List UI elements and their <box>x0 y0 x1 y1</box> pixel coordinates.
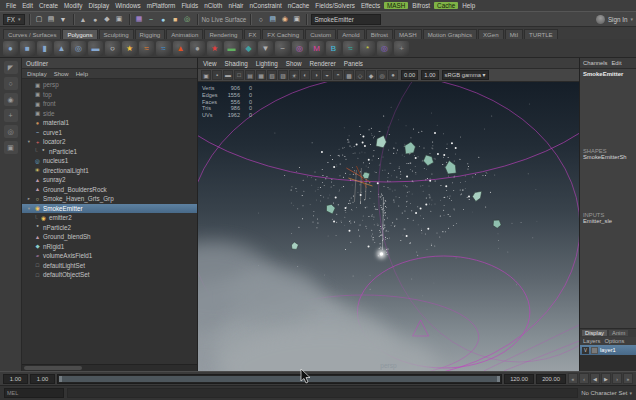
snap-curve-icon[interactable]: ~ <box>146 13 157 25</box>
bifrost-icon[interactable]: B <box>326 41 341 56</box>
fill-light-icon[interactable]: ☀ <box>289 70 299 80</box>
play-backwards-icon[interactable]: ◀ <box>590 373 600 384</box>
scrollbar-thumb[interactable] <box>24 366 82 370</box>
viewport-menu-shading[interactable]: Shading <box>225 60 248 67</box>
shelf-tab-fx[interactable]: FX <box>244 29 262 39</box>
viewport-menu-show[interactable]: Show <box>286 60 302 67</box>
outliner-item-directionallight1[interactable]: ☀directionalLight1 <box>22 166 197 176</box>
outliner-item-emitter2[interactable]: └◉emitter2 <box>22 213 197 223</box>
scale-tool-icon[interactable]: ▣ <box>4 141 18 154</box>
menu-mplatform[interactable]: mPlatform <box>144 2 179 9</box>
fluid-icon[interactable]: ≈ <box>139 41 154 56</box>
isolate-select-icon[interactable]: ◇ <box>355 70 365 80</box>
snap-point-icon[interactable]: ● <box>158 13 169 25</box>
step-back-icon[interactable]: ‹ <box>579 373 589 384</box>
layer-menu-options[interactable]: Options <box>604 338 624 344</box>
layer-visibility-toggle[interactable]: V <box>582 347 589 354</box>
menu-edit[interactable]: Edit <box>19 2 36 9</box>
lock-camera-icon[interactable]: ▪ <box>212 70 222 80</box>
smoke-icon[interactable]: ● <box>190 41 205 56</box>
camera-attributes-icon[interactable]: ▬ <box>223 70 233 80</box>
outliner-item-defaultlightset[interactable]: □defaultLightSet <box>22 261 197 271</box>
resolution-gate-icon[interactable]: ▤ <box>245 70 255 80</box>
poly-torus-icon[interactable]: ◎ <box>71 41 86 56</box>
shelf-tab-fx-caching[interactable]: FX Caching <box>262 29 304 39</box>
shelf-tab-arnold[interactable]: Arnold <box>337 29 365 39</box>
menu-modify[interactable]: Modify <box>61 2 86 9</box>
outliner-item-front[interactable]: ▣front <box>22 99 197 109</box>
outliner-menu-help[interactable]: Help <box>76 71 88 77</box>
playback-end-field[interactable]: 120.00 <box>504 374 534 384</box>
section-item[interactable]: SmokeEmitterSh <box>580 154 636 162</box>
safe-title-icon[interactable]: ▨ <box>278 70 288 80</box>
menu-effects[interactable]: Effects <box>358 2 383 9</box>
outliner-item-smoke-haven-grts-grp[interactable]: ▸○Smoke_Haven_Grts_Grp <box>22 194 197 204</box>
menu-fluids[interactable]: Fluids <box>178 2 201 9</box>
textured-icon[interactable]: ● <box>388 70 398 80</box>
outliner-menu-display[interactable]: Display <box>27 71 47 77</box>
safe-action-icon[interactable]: ▧ <box>267 70 277 80</box>
motion-blur-icon[interactable]: ◓ <box>333 70 343 80</box>
layer-tab-display[interactable]: Display <box>582 330 607 336</box>
menu-nhair[interactable]: nHair <box>225 2 246 9</box>
menu-fields-solvers[interactable]: Fields/Solvers <box>312 2 358 9</box>
layer-row-layer1[interactable]: Vlayer1 <box>580 345 636 355</box>
snap-grid-icon[interactable]: ▦ <box>134 13 145 25</box>
viewport-menu-lighting[interactable]: Lighting <box>256 60 278 67</box>
menu-cache[interactable]: Cache <box>434 2 458 9</box>
select-object-icon[interactable]: ● <box>90 13 101 25</box>
menu-ncloth[interactable]: nCloth <box>201 2 225 9</box>
wind-icon[interactable]: ~ <box>275 41 290 56</box>
layer-color-swatch[interactable] <box>591 347 598 354</box>
viewport-canvas[interactable]: Verts9060Edges15560Faces5560Tris9860UVs1… <box>198 82 579 371</box>
menu-help[interactable]: Help <box>459 2 478 9</box>
animation-end-field[interactable]: 200.00 <box>536 374 566 384</box>
poly-cylinder-icon[interactable]: ▮ <box>37 41 52 56</box>
select-hierarchy-icon[interactable]: ▲ <box>78 13 89 25</box>
ssao-icon[interactable]: ◒ <box>322 70 332 80</box>
shelf-tab-turtle[interactable]: TURTLE <box>524 29 558 39</box>
outliner-item-persp[interactable]: ▣persp <box>22 80 197 90</box>
character-set-selector[interactable]: No Character Set ▾ <box>581 390 632 396</box>
construction-history-icon[interactable]: ○ <box>255 13 266 25</box>
go-to-end-icon[interactable]: » <box>623 373 633 384</box>
make-live-icon[interactable]: ◎ <box>182 13 193 25</box>
nrigid-icon[interactable]: ◆ <box>241 41 256 56</box>
viewport-menu-view[interactable]: View <box>203 60 217 67</box>
explosion-icon[interactable]: ★ <box>207 41 222 56</box>
shadows-icon[interactable]: ◑ <box>311 70 321 80</box>
outliner-scrollbar[interactable] <box>22 364 197 371</box>
render-settings-icon[interactable]: ▣ <box>291 13 302 25</box>
open-scene-icon[interactable]: ▤ <box>46 13 57 25</box>
gravity-icon[interactable]: ▼ <box>258 41 273 56</box>
quick-selection-input[interactable] <box>311 14 381 25</box>
step-forward-icon[interactable]: › <box>612 373 622 384</box>
range-handle-left[interactable] <box>59 376 62 382</box>
channel-box-menu-edit[interactable]: Edit <box>612 60 622 66</box>
shelf-tab-animation[interactable]: Animation <box>166 29 203 39</box>
outliner-item-top[interactable]: ▣top <box>22 90 197 100</box>
new-scene-icon[interactable]: ▢ <box>34 13 45 25</box>
render-view-icon[interactable]: ▤ <box>267 13 278 25</box>
poly-sphere-icon[interactable]: ● <box>3 41 18 56</box>
menu-nconstraint[interactable]: nConstraint <box>246 2 284 9</box>
menu-ncache[interactable]: nCache <box>285 2 313 9</box>
outliner-menu-show[interactable]: Show <box>54 71 69 77</box>
shelf-tab-rendering[interactable]: Rendering <box>204 29 242 39</box>
viewport-menu-panels[interactable]: Panels <box>344 60 363 67</box>
turbulence-icon[interactable]: * <box>360 41 375 56</box>
play-forward-icon[interactable]: ▶ <box>601 373 611 384</box>
shelf-tab-polygons[interactable]: Polygons <box>62 29 97 39</box>
shelf-tab-xgen[interactable]: XGen <box>478 29 504 39</box>
multisample-icon[interactable]: ▩ <box>344 70 354 80</box>
poly-plane-icon[interactable]: ▬ <box>88 41 103 56</box>
menu-create[interactable]: Create <box>36 2 61 9</box>
vortex-icon[interactable]: ◎ <box>377 41 392 56</box>
outliner-item-ground-bouldersrock[interactable]: ▲Ground_BouldersRock <box>22 185 197 195</box>
shelf-tab-rigging[interactable]: Rigging <box>135 29 166 39</box>
channel-box-menu-channels[interactable]: Channels <box>583 60 608 66</box>
outliner-item-material1[interactable]: ●material1 <box>22 118 197 128</box>
film-gate-icon[interactable]: □ <box>234 70 244 80</box>
expander-icon[interactable]: ▾ <box>26 139 32 144</box>
shelf-tab-curves-surfaces[interactable]: Curves / Surfaces <box>3 29 61 39</box>
